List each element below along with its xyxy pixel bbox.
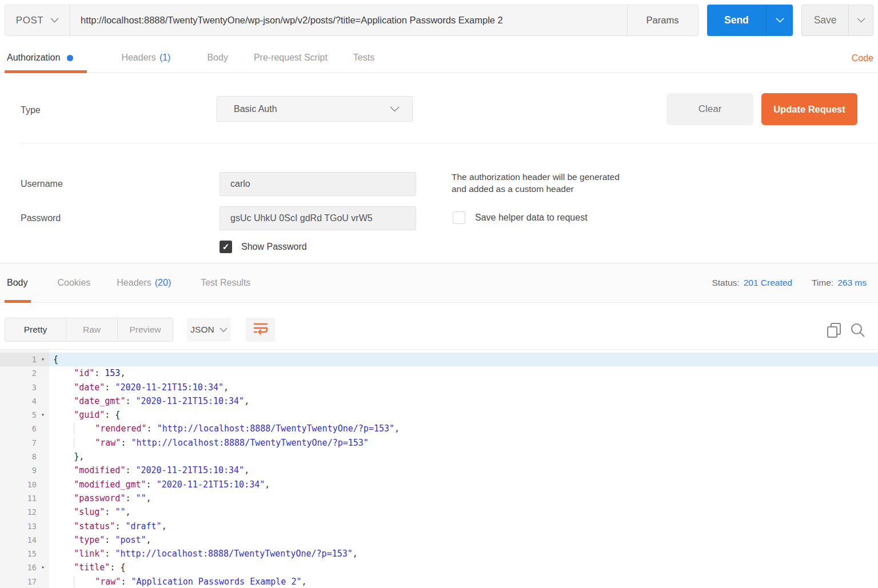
fold-spacer (37, 366, 49, 380)
show-password-checkbox[interactable]: ✓ (220, 241, 232, 253)
line-number: 16 (0, 561, 37, 574)
fold-spacer (37, 381, 49, 394)
clear-button[interactable]: Clear (667, 93, 753, 125)
fold-spacer (37, 505, 49, 519)
code-line: 2 "id": 153, (0, 366, 878, 380)
tab-pre-request-script[interactable]: Pre-request Script (254, 43, 328, 73)
code-line: 3 "date": "2020-11-21T15:10:34", (0, 381, 878, 394)
headers-count-badge: (1) (159, 53, 171, 63)
view-mode-preview[interactable]: Preview (117, 318, 173, 341)
url-group: POST http://localhost:8888/TwentyTwentyO… (5, 5, 699, 36)
line-number: 9 (0, 463, 37, 477)
postman-app: POST http://localhost:8888/TwentyTwentyO… (0, 0, 878, 588)
fold-spacer (37, 422, 49, 435)
code-line-text: "raw": "Application Passwords Example 2"… (49, 575, 878, 588)
wrap-text-icon (253, 322, 268, 338)
username-input[interactable] (220, 172, 416, 196)
response-body-viewer[interactable]: 1▾{2 "id": 153,3 "date": "2020-11-21T15:… (0, 349, 878, 588)
line-number: 5 (0, 408, 37, 422)
fold-spacer (37, 575, 49, 588)
response-tab-test-results[interactable]: Test Results (201, 263, 250, 302)
code-line-text: "status": "draft", (49, 519, 878, 533)
line-number: 3 (0, 381, 37, 394)
line-number: 17 (0, 575, 37, 588)
fold-spacer (37, 519, 49, 533)
line-number: 12 (0, 505, 37, 519)
save-button[interactable]: Save (802, 5, 848, 35)
fold-toggle-icon[interactable]: ▾ (37, 353, 49, 366)
request-bar: POST http://localhost:8888/TwentyTwentyO… (5, 5, 873, 36)
code-line-text: { (49, 353, 878, 366)
code-line: 15 "link": "http://localhost:8888/Twenty… (0, 547, 878, 561)
code-line-text: "slug": "", (49, 505, 878, 519)
fold-spacer (37, 450, 49, 463)
search-icon (850, 330, 865, 339)
line-number: 6 (0, 422, 37, 435)
chevron-down-icon (220, 327, 228, 333)
authorization-panel: Type Basic Auth Clear Update Request Use… (0, 73, 878, 263)
line-number: 4 (0, 394, 37, 408)
params-button[interactable]: Params (628, 5, 698, 35)
code-link[interactable]: Code (852, 53, 873, 63)
fold-toggle-icon[interactable]: ▾ (37, 561, 49, 574)
code-line: 13 "status": "draft", (0, 519, 878, 533)
url-text: http://localhost:8888/TwentyTwentyOne/wp… (81, 15, 503, 26)
code-line-text: "type": "post", (49, 533, 878, 547)
fold-spacer (37, 436, 49, 450)
response-tab-cookies[interactable]: Cookies (57, 263, 90, 302)
view-mode-pretty[interactable]: Pretty (5, 318, 66, 341)
save-helper-label: Save helper data to request (475, 213, 588, 223)
response-meta: Status:201 Created Time:263 ms (712, 263, 867, 302)
response-headers-count-badge: (20) (155, 278, 171, 288)
response-header: Body Cookies Headers (20) Test Results S… (0, 263, 878, 303)
update-request-button[interactable]: Update Request (761, 93, 857, 125)
code-line-text: "rendered": "http://localhost:8888/Twent… (49, 422, 878, 435)
send-options-button[interactable] (766, 5, 793, 36)
code-line: 14 "type": "post", (0, 533, 878, 547)
url-input[interactable]: http://localhost:8888/TwentyTwentyOne/wp… (70, 5, 628, 35)
code-line: 11 "password": "", (0, 491, 878, 505)
auth-active-dot-icon (67, 55, 73, 61)
auth-type-select[interactable]: Basic Auth (217, 96, 413, 122)
tab-tests[interactable]: Tests (353, 43, 374, 73)
save-helper-row: Save helper data to request (453, 211, 588, 224)
code-line-text: "raw": "http://localhost:8888/TwentyTwen… (49, 436, 878, 450)
line-number: 8 (0, 450, 37, 463)
status-badge: Status:201 Created (712, 278, 792, 288)
tab-body[interactable]: Body (207, 43, 228, 73)
view-mode-segmented-control: Pretty Raw Preview (5, 318, 173, 342)
code-line-text: "date_gmt": "2020-11-21T15:10:34", (49, 394, 878, 408)
response-toolbar: Pretty Raw Preview JSON (0, 303, 878, 349)
method-dropdown[interactable]: POST (5, 5, 70, 35)
fold-spacer (37, 491, 49, 505)
wrap-text-button[interactable] (246, 318, 275, 342)
view-mode-raw[interactable]: Raw (66, 318, 117, 341)
tab-headers[interactable]: Headers (1) (121, 43, 170, 73)
search-button[interactable] (850, 322, 865, 340)
code-line-text: }, (49, 450, 878, 463)
line-number: 10 (0, 478, 37, 491)
line-number: 2 (0, 366, 37, 380)
checkmark-icon: ✓ (222, 242, 230, 252)
tab-authorization[interactable]: Authorization (7, 43, 73, 73)
send-button[interactable]: Send (707, 5, 767, 36)
save-options-button[interactable] (848, 5, 873, 35)
code-line: 16▾ "title": { (0, 561, 878, 574)
password-input[interactable] (220, 206, 416, 230)
code-line: 1▾{ (0, 353, 878, 366)
line-number: 15 (0, 547, 37, 561)
code-line-text: "date": "2020-11-21T15:10:34", (49, 381, 878, 394)
copy-button[interactable] (827, 322, 841, 341)
save-helper-checkbox[interactable] (453, 211, 465, 224)
password-label: Password (21, 213, 61, 223)
response-tab-headers[interactable]: Headers (20) (117, 263, 171, 302)
response-code: 1▾{2 "id": 153,3 "date": "2020-11-21T15:… (0, 353, 878, 588)
auth-helper-note: The authorization header will be generat… (452, 171, 620, 195)
response-tab-body[interactable]: Body (7, 263, 27, 302)
code-line-text: "modified": "2020-11-21T15:10:34", (49, 463, 878, 477)
format-select[interactable]: JSON (187, 318, 231, 342)
code-line-text: "modified_gmt": "2020-11-21T15:10:34", (49, 478, 878, 491)
fold-toggle-icon[interactable]: ▾ (37, 408, 49, 422)
fold-spacer (37, 478, 49, 491)
send-split-button: Send (707, 5, 793, 36)
